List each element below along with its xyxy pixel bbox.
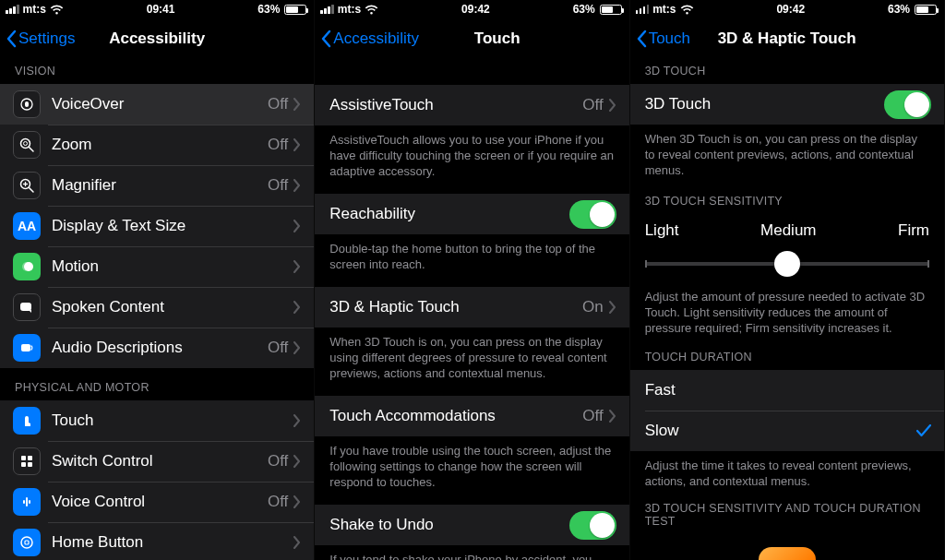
row-reachability[interactable]: Reachability	[315, 194, 628, 234]
row-switch-control[interactable]: Switch Control Off	[0, 441, 314, 482]
chevron-right-icon	[293, 98, 301, 111]
section-header-3dtouch: 3D TOUCH	[630, 59, 944, 84]
reachability-toggle[interactable]	[569, 200, 616, 229]
back-button[interactable]: Accessibility	[320, 30, 419, 48]
row-3d-touch[interactable]: 3D Touch	[630, 84, 944, 125]
shake-to-undo-toggle[interactable]	[569, 511, 616, 540]
section-header-test: 3D TOUCH SENSITIVITY AND TOUCH DURATION …	[630, 498, 944, 534]
chevron-right-icon	[293, 260, 301, 273]
voice-control-icon	[13, 488, 41, 516]
row-motion[interactable]: Motion	[0, 246, 314, 287]
row-value: Off	[582, 96, 603, 114]
signal-icon	[6, 5, 19, 14]
row-voiceover[interactable]: VoiceOver Off	[0, 84, 314, 125]
sensitivity-slider[interactable]	[645, 262, 929, 266]
checkmark-icon	[916, 424, 931, 437]
status-bar: mt:s 09:42 63%	[630, 0, 944, 18]
row-label: Motion	[52, 257, 293, 276]
back-button[interactable]: Touch	[636, 30, 690, 48]
wifi-icon	[680, 5, 694, 15]
page-title: Accessibility	[109, 30, 205, 48]
battery-icon	[915, 5, 937, 15]
chevron-right-icon	[293, 138, 301, 151]
svg-point-4	[24, 142, 28, 146]
row-magnifier[interactable]: Magnifier Off	[0, 165, 314, 206]
svg-rect-19	[29, 500, 30, 504]
row-value: Off	[268, 493, 288, 511]
back-button[interactable]: Settings	[6, 30, 75, 48]
row-zoom[interactable]: Zoom Off	[0, 125, 314, 165]
section-header-physical: PHYSICAL AND MOTOR	[0, 368, 314, 400]
screen-accessibility: mt:s 09:41 63% Settings Accessibility VI…	[0, 0, 315, 560]
svg-rect-21	[25, 541, 29, 544]
row-spoken-content[interactable]: Spoken Content	[0, 287, 314, 328]
footer-sensitivity: Adjust the amount of pressure needed to …	[630, 282, 944, 345]
row-label: Magnifier	[52, 176, 268, 195]
row-label: AssistiveTouch	[329, 96, 582, 114]
chevron-right-icon	[609, 99, 616, 112]
footer-reachability: Double-tap the home button to bring the …	[315, 234, 628, 287]
row-3d-haptic-touch[interactable]: 3D & Haptic Touch On	[315, 287, 628, 328]
chevron-right-icon	[609, 410, 616, 423]
row-label: Display & Text Size	[52, 217, 293, 235]
chevron-right-icon	[293, 495, 301, 508]
chevron-left-icon	[320, 30, 331, 48]
footer-3dtouch: When 3D Touch is on, you can press on th…	[630, 125, 944, 187]
row-assistivetouch[interactable]: AssistiveTouch Off	[315, 85, 628, 125]
row-display-text-size[interactable]: AA Display & Text Size	[0, 206, 314, 246]
back-label: Accessibility	[333, 30, 419, 48]
back-label: Settings	[18, 30, 75, 48]
carrier-label: mt:s	[652, 3, 676, 16]
signal-icon	[320, 5, 334, 14]
row-label: 3D Touch	[645, 95, 884, 113]
3d-touch-toggle[interactable]	[884, 90, 931, 119]
sensitivity-labels: Light Medium Firm	[645, 214, 929, 249]
page-title: Touch	[474, 30, 520, 48]
row-label: Audio Descriptions	[52, 339, 268, 357]
battery-percent: 63%	[257, 3, 280, 16]
section-header-duration: TOUCH DURATION	[630, 345, 944, 370]
row-value: Off	[268, 136, 288, 154]
row-shake-to-undo[interactable]: Shake to Undo	[315, 505, 628, 545]
back-label: Touch	[649, 30, 690, 48]
text-size-icon: AA	[13, 212, 41, 240]
chevron-left-icon	[636, 30, 647, 48]
row-value: Off	[268, 95, 288, 113]
slider-thumb[interactable]	[774, 251, 800, 277]
status-bar: mt:s 09:42 63%	[315, 0, 628, 18]
row-value: Off	[268, 339, 288, 357]
row-home-button[interactable]: Home Button	[0, 522, 314, 560]
row-label: Fast	[645, 381, 931, 399]
row-label: Touch Accommodations	[329, 407, 582, 425]
sensitivity-firm-label: Firm	[898, 221, 929, 240]
row-touch-accommodations[interactable]: Touch Accommodations Off	[315, 396, 628, 436]
battery-percent: 63%	[888, 3, 910, 16]
row-touch[interactable]: Touch	[0, 400, 314, 441]
screen-3d-haptic: mt:s 09:42 63% Touch 3D & Haptic Touch 3…	[630, 0, 945, 560]
test-preview-icon[interactable]	[759, 547, 816, 560]
zoom-icon	[13, 131, 41, 159]
row-audio-descriptions[interactable]: Audio Descriptions Off	[0, 328, 314, 368]
row-label: Shake to Undo	[329, 516, 568, 534]
row-duration-fast[interactable]: Fast	[630, 370, 944, 411]
chevron-right-icon	[293, 536, 301, 549]
row-voice-control[interactable]: Voice Control Off	[0, 482, 314, 522]
nav-header: Settings Accessibility	[0, 18, 314, 59]
wifi-icon	[50, 5, 64, 15]
row-label: Touch	[52, 411, 293, 430]
svg-rect-11	[20, 303, 31, 311]
touch-icon	[13, 407, 41, 435]
row-duration-slow[interactable]: Slow	[630, 411, 944, 451]
footer-duration: Adjust the time it takes to reveal conte…	[630, 451, 944, 498]
status-time: 09:41	[147, 3, 175, 16]
row-label: Zoom	[52, 136, 268, 154]
home-button-icon	[13, 529, 41, 556]
footer-3d-haptic: When 3D Touch is on, you can press on th…	[315, 328, 628, 396]
svg-line-6	[30, 188, 34, 193]
row-value: Off	[268, 176, 288, 195]
svg-rect-13	[21, 456, 26, 460]
spoken-content-icon	[13, 293, 41, 321]
footer-shake: If you tend to shake your iPhone by acci…	[315, 545, 628, 560]
audio-descriptions-icon	[13, 334, 41, 362]
chevron-right-icon	[293, 341, 301, 354]
